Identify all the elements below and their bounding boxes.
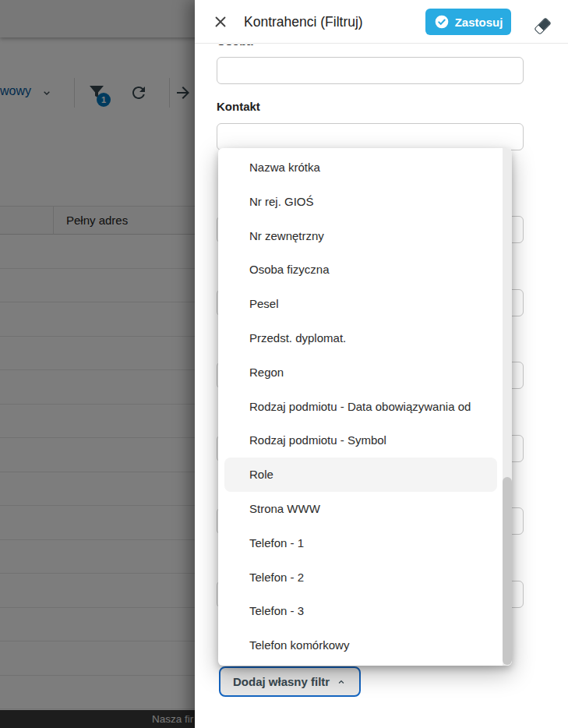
dropdown-item[interactable]: Przedst. dyplomat. — [218, 321, 503, 355]
close-icon[interactable] — [212, 13, 229, 30]
eraser-icon[interactable] — [531, 12, 553, 34]
drawer-title: Kontrahenci (Filtruj) — [244, 0, 363, 44]
filter-drawer: Kontrahenci (Filtruj) Zastosuj Osoba Kon… — [195, 0, 568, 728]
dropdown-item[interactable]: Regon — [218, 355, 503, 390]
dropdown-item[interactable]: Rodzaj podmiotu - Symbol — [218, 423, 503, 458]
dropdown-item[interactable]: Nr rej. GIOŚ — [218, 185, 503, 219]
apply-button-label: Zastosuj — [455, 16, 503, 29]
dropdown-item[interactable]: Rodzaj podmiotu - Data obowiązywania od — [218, 390, 503, 424]
dropdown-item[interactable]: Nr zewnętrzny — [218, 219, 503, 253]
dropdown-scrollbar-track[interactable] — [503, 148, 512, 666]
check-circle-icon — [434, 14, 450, 30]
dropdown-item[interactable]: Telefon - 1 — [218, 526, 503, 560]
osoba-field-label: Osoba — [217, 44, 310, 49]
apply-button[interactable]: Zastosuj — [425, 9, 511, 35]
field-dropdown-list: Nazwa krótkaNr rej. GIOŚNr zewnętrznyOso… — [218, 150, 503, 663]
kontakt-field[interactable] — [217, 123, 524, 150]
dropdown-item[interactable]: Telefon - 3 — [218, 594, 503, 628]
add-custom-filter-label: Dodaj własny filtr — [233, 675, 330, 688]
dropdown-item[interactable]: Telefon - 2 — [218, 560, 503, 595]
dropdown-scrollbar-thumb[interactable] — [503, 477, 512, 665]
dropdown-item[interactable]: Telefon komórkowy — [218, 628, 503, 663]
field-dropdown: Nazwa krótkaNr rej. GIOŚNr zewnętrznyOso… — [218, 148, 512, 666]
drawer-header: Kontrahenci (Filtruj) Zastosuj — [195, 0, 568, 44]
add-custom-filter-button[interactable]: Dodaj własny filtr — [219, 666, 361, 697]
osoba-field[interactable] — [217, 57, 524, 84]
kontakt-field-label: Kontakt — [217, 100, 260, 113]
dropdown-item[interactable]: Osoba fizyczna — [218, 253, 503, 287]
app-window: wowy 1 Pełny adres Nasza fir — [0, 0, 568, 728]
dropdown-item[interactable]: Pesel — [218, 287, 503, 321]
chevron-up-icon — [336, 677, 347, 687]
dropdown-item[interactable]: Role — [224, 458, 497, 492]
dropdown-item[interactable]: Strona WWW — [218, 492, 503, 526]
dropdown-item[interactable]: Nazwa krótka — [218, 150, 503, 185]
